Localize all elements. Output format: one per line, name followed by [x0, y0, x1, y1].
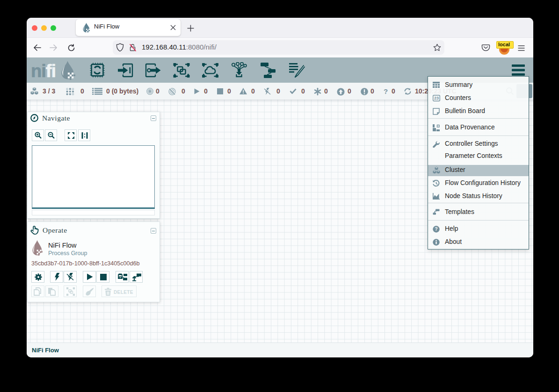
svg-text:23: 23: [434, 96, 439, 100]
svg-text:?: ?: [435, 226, 437, 232]
